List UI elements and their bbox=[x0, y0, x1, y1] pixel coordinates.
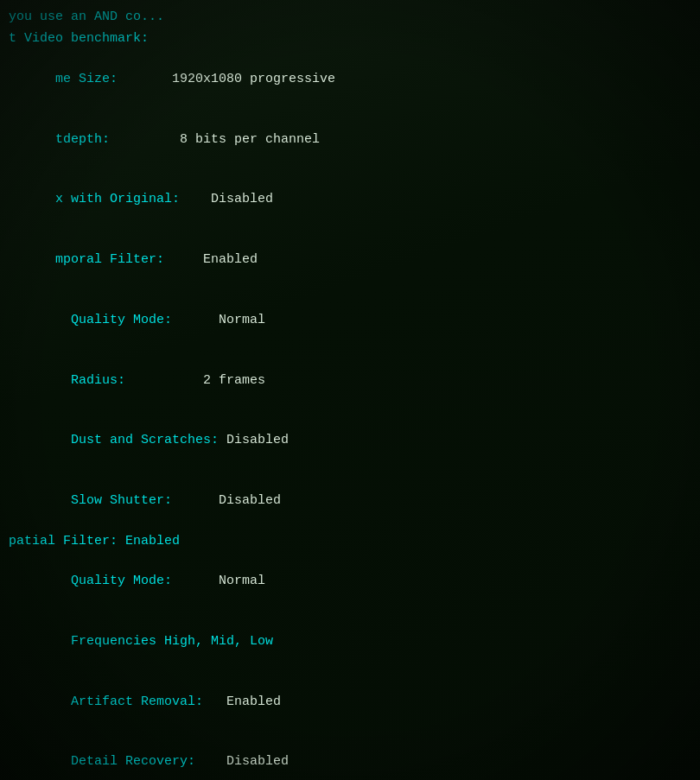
setting-radius: Radius: 2 frames bbox=[9, 350, 691, 410]
value-color-depth: 8 bits per channel bbox=[180, 132, 320, 147]
label-slow-shutter: Slow Shutter: bbox=[55, 493, 219, 508]
setting-detail: Detail Recovery: Disabled bbox=[9, 732, 691, 780]
setting-quality-mode-2: Quality Mode: Normal bbox=[9, 551, 691, 612]
value-dust: Disabled bbox=[226, 433, 289, 447]
label-artifact: Artifact Removal: bbox=[55, 694, 226, 709]
setting-slow-shutter: Slow Shutter: Disabled bbox=[9, 471, 691, 531]
setting-frame-size: me Size: 1920x1080 progressive bbox=[9, 49, 691, 110]
label-temporal: mporal Filter: bbox=[55, 252, 203, 267]
label-radius: Radius: bbox=[55, 373, 203, 388]
label-color-depth: tdepth: bbox=[55, 132, 180, 147]
label-frequencies: Frequencies High, Mid, Low bbox=[55, 634, 273, 649]
setting-dust: Dust and Scratches: Disabled bbox=[9, 410, 691, 471]
spatial-settings-section: Quality Mode: Normal Frequencies High, M… bbox=[9, 551, 691, 780]
value-slow-shutter: Disabled bbox=[219, 493, 281, 508]
label-detail: Detail Recovery: bbox=[55, 754, 226, 769]
value-quality-2: Normal bbox=[219, 574, 265, 588]
value-original: Disabled bbox=[211, 192, 273, 206]
terminal-window: you use an AND co... t Video benchmark: … bbox=[0, 0, 700, 780]
setting-frequencies: Frequencies High, Mid, Low bbox=[9, 612, 691, 672]
value-quality-1: Normal bbox=[219, 313, 265, 327]
setting-original: x with Original: Disabled bbox=[9, 169, 691, 230]
top-partial-line: you use an AND co... bbox=[9, 7, 691, 27]
setting-quality-mode-1: Quality Mode: Normal bbox=[9, 290, 691, 351]
setting-temporal: mporal Filter: Enabled bbox=[9, 230, 691, 290]
label-quality-2: Quality Mode: bbox=[55, 574, 219, 588]
value-detail: Disabled bbox=[226, 754, 289, 769]
benchmark-header: t Video benchmark: bbox=[9, 29, 691, 48]
value-radius: 2 frames bbox=[203, 373, 265, 388]
setting-color-depth: tdepth: 8 bits per channel bbox=[9, 109, 691, 169]
value-artifact: Enabled bbox=[226, 694, 281, 709]
settings-section: me Size: 1920x1080 progressive tdepth: 8… bbox=[9, 49, 691, 531]
label-quality-1: Quality Mode: bbox=[55, 313, 219, 327]
label-frame-size: me Size: bbox=[55, 72, 172, 86]
setting-artifact: Artifact Removal: Enabled bbox=[9, 671, 691, 732]
spatial-filter-header: patial Filter: Enabled bbox=[9, 531, 691, 551]
label-dust: Dust and Scratches: bbox=[55, 433, 226, 447]
value-frame-size: 1920x1080 progressive bbox=[172, 72, 335, 86]
value-temporal: Enabled bbox=[203, 252, 258, 267]
label-original: x with Original: bbox=[55, 192, 211, 206]
